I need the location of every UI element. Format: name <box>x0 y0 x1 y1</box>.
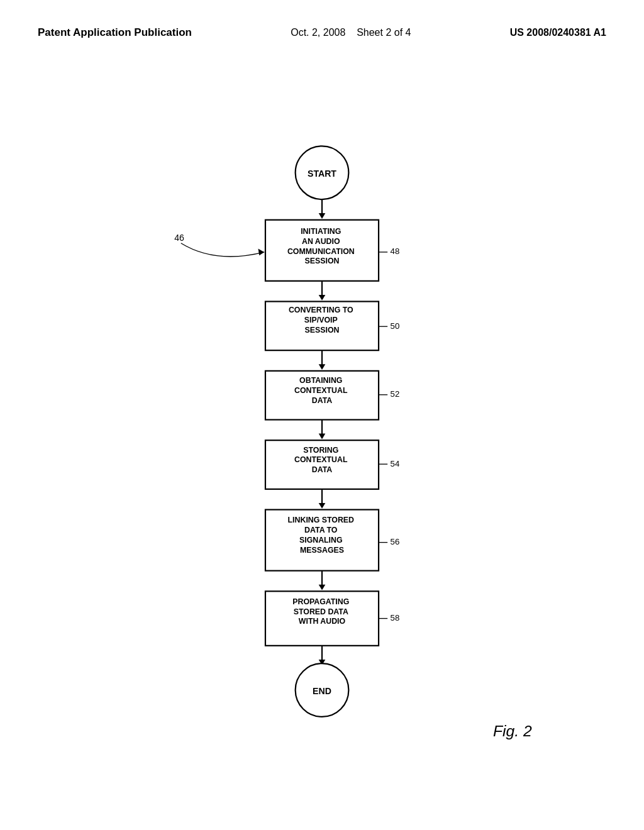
ref-46: 46 <box>174 233 184 243</box>
publication-date: Oct. 2, 2008 <box>291 27 345 38</box>
diagram: START INITIATING AN AUDIO COMMUNICATION … <box>38 65 606 776</box>
start-label: START <box>308 169 336 179</box>
header: Patent Application Publication Oct. 2, 2… <box>38 25 606 40</box>
sheet-info: Sheet 2 of 4 <box>357 27 411 38</box>
end-label: END <box>313 686 331 696</box>
fig-caption: Fig. 2 <box>493 722 532 739</box>
header-left: Patent Application Publication <box>38 25 192 40</box>
header-center: Oct. 2, 2008 Sheet 2 of 4 <box>291 25 411 40</box>
flowchart-svg: START INITIATING AN AUDIO COMMUNICATION … <box>38 91 606 782</box>
ref-50: 50 <box>391 321 400 331</box>
ref-58: 58 <box>391 613 400 622</box>
arrow-5 <box>319 503 326 509</box>
header-right: US 2008/0240381 A1 <box>510 25 606 40</box>
page: Patent Application Publication Oct. 2, 2… <box>0 0 644 830</box>
arrow-4 <box>319 434 326 440</box>
ref-54: 54 <box>391 459 400 468</box>
patent-number: US 2008/0240381 A1 <box>510 27 606 38</box>
ref-46-arrow <box>181 243 264 257</box>
ref-46-arrowhead <box>258 249 264 256</box>
arrow-6 <box>319 585 326 590</box>
ref-52: 52 <box>391 389 400 399</box>
arrow-2 <box>319 295 326 301</box>
arrow-3 <box>319 364 326 370</box>
step58-text: PROPAGATING STORED DATA WITH AUDIO <box>292 597 352 626</box>
ref-48: 48 <box>391 246 400 256</box>
arrow-1 <box>319 213 326 219</box>
publication-title: Patent Application Publication <box>38 26 192 38</box>
ref-56: 56 <box>391 537 400 546</box>
